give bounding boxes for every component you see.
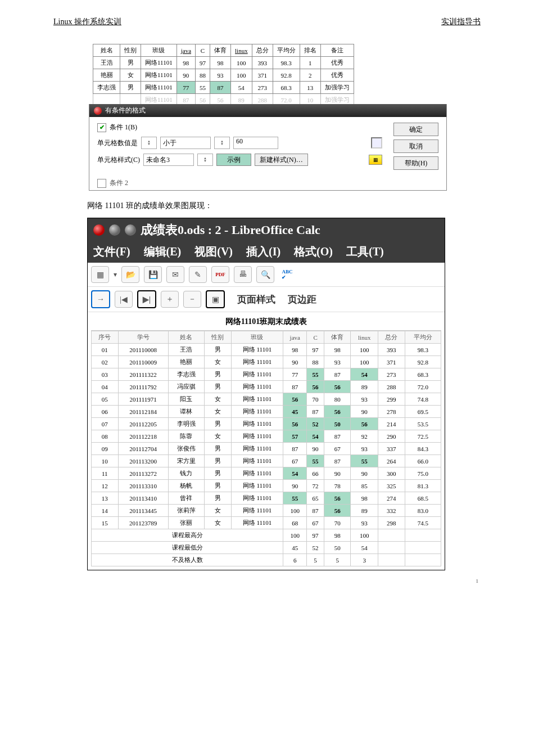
edit-icon[interactable]: ✎ <box>189 266 207 283</box>
cell: 332 <box>378 505 405 517</box>
email-icon[interactable]: ✉ <box>166 266 184 283</box>
print-icon[interactable]: 🖶 <box>234 266 252 283</box>
cell: 98.3 <box>273 57 300 69</box>
t2-header: 总分 <box>378 331 405 344</box>
cell: 72 <box>307 480 324 492</box>
window-minimize-icon[interactable] <box>109 224 120 236</box>
cell-value-stepper[interactable]: ▲▼ <box>141 137 157 149</box>
cell: 97 <box>196 57 210 69</box>
open-icon[interactable]: 📂 <box>121 266 139 283</box>
cell: 男 <box>120 82 141 94</box>
cell: 77 <box>177 82 195 94</box>
preview-icon[interactable]: 🔍 <box>256 266 274 283</box>
cell: 网络 11101 <box>231 356 283 368</box>
cell: 男 <box>205 467 232 480</box>
cell: 陈蓉 <box>168 430 204 443</box>
nav-next-icon[interactable]: → <box>91 290 110 308</box>
new-icon[interactable]: ▦ <box>91 266 109 283</box>
style-select[interactable]: 未命名3 <box>143 154 194 166</box>
cell: 90 <box>351 467 378 480</box>
cell: 12 <box>92 480 119 492</box>
menu-item[interactable]: 文件(F) <box>93 244 130 259</box>
help-button[interactable]: 帮助(H) <box>393 156 438 170</box>
table-row: 12201113310杨帆男网络 111019072788532581.3 <box>92 480 441 492</box>
summary-row: 课程最高分1009798100 <box>92 529 441 542</box>
menu-item[interactable]: 工具(T) <box>346 244 384 259</box>
color-swatch[interactable] <box>371 137 382 148</box>
cell: 张莉萍 <box>168 505 204 517</box>
cell: 201111322 <box>118 368 168 381</box>
close-icon[interactable] <box>94 107 102 115</box>
operator-select[interactable]: 小于 <box>160 137 211 149</box>
fullscreen-icon[interactable]: ▣ <box>206 290 225 308</box>
main-menu[interactable]: 文件(F)编辑(E)视图(V)插入(I)格式(O)工具(T) <box>88 242 445 263</box>
cell: 67 <box>307 517 324 529</box>
nav-first-icon[interactable]: |◀ <box>115 291 133 308</box>
menu-item[interactable]: 插入(I) <box>246 244 280 259</box>
cell: 87 <box>324 368 351 381</box>
cell: 72.0 <box>405 381 441 393</box>
window-close-icon[interactable] <box>93 224 105 236</box>
cancel-button[interactable]: 取消 <box>393 140 438 153</box>
cell: 98 <box>177 57 195 69</box>
cell: 网络 11101 <box>231 368 283 381</box>
cell: 网络 11101 <box>231 517 283 529</box>
menu-item[interactable]: 编辑(E) <box>144 244 182 259</box>
save-icon[interactable]: 💾 <box>144 266 162 283</box>
t1-header: 平均分 <box>273 44 300 57</box>
summary-cell: 54 <box>351 542 378 554</box>
table-row: 02201110009艳丽女网络 1110190889310037192.8 <box>92 356 441 368</box>
cell: 65 <box>307 492 324 505</box>
cell: 201111971 <box>118 393 168 406</box>
cell: 274 <box>378 492 405 505</box>
cell: 214 <box>378 418 405 430</box>
cell: 谭林 <box>168 406 204 418</box>
conditional-format-title: 有条件的格式 <box>105 106 146 115</box>
ok-button[interactable]: 确定 <box>393 123 438 136</box>
cell: 53.5 <box>405 418 441 430</box>
cell: 14 <box>92 505 119 517</box>
new-style-button[interactable]: 新建样式(N)… <box>255 154 308 166</box>
cell: 68.5 <box>405 492 441 505</box>
page-margin-label[interactable]: 页边距 <box>288 293 316 306</box>
zoom-out-icon[interactable]: － <box>183 291 201 308</box>
cell: 李明强 <box>168 418 204 430</box>
cell: 201113272 <box>118 467 168 480</box>
summary-cell: 5 <box>307 554 324 566</box>
pdf-export-icon[interactable]: PDF <box>211 266 229 283</box>
cell: 93 <box>351 443 378 455</box>
table-row: 11201113272钱力男网络 111015466909030075.0 <box>92 467 441 480</box>
table-row: 13201113410曾祥男网络 111015565569827468.5 <box>92 492 441 505</box>
cell: 冯应骐 <box>168 381 204 393</box>
cell: 男 <box>205 455 232 467</box>
cell: 网络11101 <box>141 69 177 82</box>
table-row: 07201112205李明强男网络 111015652505621453.5 <box>92 418 441 430</box>
zoom-in-icon[interactable]: ＋ <box>161 291 179 308</box>
menu-item[interactable]: 格式(O) <box>294 244 333 259</box>
page-style-label[interactable]: 页面样式 <box>237 293 275 306</box>
summary-cell <box>405 542 441 554</box>
cell: 56 <box>351 418 378 430</box>
cell: 371 <box>252 69 273 82</box>
menu-item[interactable]: 视图(V) <box>194 244 233 259</box>
cell: 74.8 <box>405 393 441 406</box>
pattern-swatch[interactable]: ▦ <box>369 155 382 165</box>
operator-stepper[interactable]: ▲▼ <box>214 137 230 149</box>
spellcheck-icon[interactable]: ABC✔ <box>279 267 296 282</box>
cell: 100 <box>351 356 378 368</box>
window-maximize-icon[interactable] <box>125 224 136 236</box>
cell: 100 <box>351 344 378 356</box>
window-title: 成绩表0.ods : 2 - LibreOffice Calc <box>141 222 320 238</box>
t2-header: 姓名 <box>168 331 204 344</box>
style-stepper[interactable]: ▲▼ <box>197 154 213 166</box>
toolbar-2: → |◀ ▶| ＋ － ▣ 页面样式 页边距 <box>88 287 445 312</box>
cell: 77 <box>283 368 307 381</box>
example-button[interactable]: 示例 <box>216 154 251 166</box>
cell: 93 <box>210 69 231 82</box>
condition1-checkbox[interactable]: ✔ <box>97 123 106 132</box>
table-row: 艳丽女网络1110190889310037192.82优秀 <box>93 69 354 82</box>
threshold-input[interactable]: 60 <box>233 137 278 149</box>
nav-last-icon[interactable]: ▶| <box>137 290 156 308</box>
cell: 网络 11101 <box>231 418 283 430</box>
condition2-checkbox[interactable]: ✔ <box>97 179 106 188</box>
